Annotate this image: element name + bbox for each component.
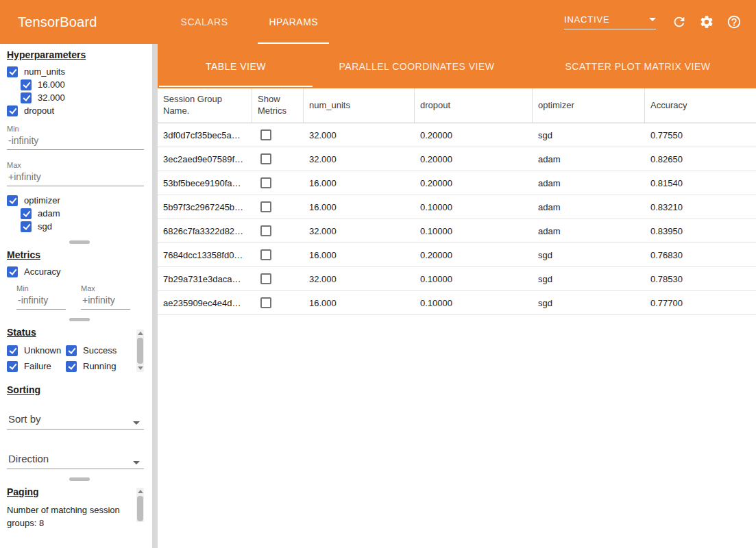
scrollbar-thumb[interactable] [137,496,143,521]
session-group-name: 7684dcc13358fd0… [158,250,252,260]
hparam-optimizer-value-adam[interactable]: adam [21,208,152,219]
metric-accuracy-label: Accuracy [24,266,60,277]
metric-min-input[interactable]: -infinity [16,292,66,310]
table-row[interactable]: 6826c7fa3322d82… 32.000 0.10000 adam 0.8… [158,219,756,243]
checkbox-checked-icon[interactable] [21,208,32,219]
checkbox-checked-icon[interactable] [21,79,32,90]
status-failure[interactable]: Failure [7,360,66,372]
show-metrics-checkbox[interactable] [260,129,271,140]
sort-by-select[interactable]: Sort by [7,413,144,429]
status-unknown[interactable]: Unknown [7,345,66,356]
dropout-value: 0.10000 [415,274,533,284]
checkbox-checked-icon[interactable] [7,195,18,206]
hparam-num-units[interactable]: num_units [7,66,152,77]
dropout-max-input[interactable]: +infinity [7,169,144,186]
section-resize-handle[interactable] [69,240,90,244]
matching-groups-count: Number of matching session groups: 8 [7,504,134,530]
table-row[interactable]: 3ec2aed9e07589f… 32.000 0.20000 adam 0.8… [158,147,756,171]
show-metrics-checkbox[interactable] [260,177,271,188]
num-units-value: 16.000 [304,250,415,260]
view-tabs: TABLE VIEW PARALLEL COORDINATES VIEW SCA… [158,44,756,88]
tab-table-view[interactable]: TABLE VIEW [158,44,314,88]
checkbox-checked-icon[interactable] [66,361,77,372]
hparam-num-units-label: num_units [24,66,65,77]
dropout-value: 0.20000 [415,130,533,140]
sorting-heading: Sorting [7,384,152,395]
metric-minmax-filters: Min -infinity Max +infinity [16,284,152,310]
tab-scatter-plot-matrix-view[interactable]: SCATTER PLOT MATRIX VIEW [520,44,756,88]
checkbox-checked-icon[interactable] [21,92,32,103]
checkbox-checked-icon[interactable] [7,361,18,372]
app-title: TensorBoard [18,0,97,44]
optimizer-value: adam [533,178,645,188]
show-metrics-checkbox[interactable] [260,273,271,284]
section-resize-handle[interactable] [69,477,90,481]
hparam-num-units-value-32[interactable]: 32.000 [21,92,152,103]
status-label: Failure [24,361,51,371]
sorting-section: Sorting Sort by Direction [0,384,152,481]
table-row[interactable]: 5b97f3c2967245b… 16.000 0.10000 adam 0.8… [158,195,756,219]
column-header-session-group-name[interactable]: Session Group Name. [158,88,252,123]
help-button[interactable] [720,8,748,36]
checkbox-checked-icon[interactable] [7,66,18,77]
checkbox-checked-icon[interactable] [7,266,18,277]
metrics-section: Metrics Accuracy Min -infinity Max +infi… [0,249,152,321]
scrollbar-thumb[interactable] [137,338,143,364]
column-header-num-units[interactable]: num_units [304,88,415,123]
accuracy-value: 0.77700 [645,298,756,308]
show-metrics-checkbox[interactable] [260,201,271,212]
show-metrics-checkbox[interactable] [260,225,271,236]
checkbox-checked-icon[interactable] [66,345,77,356]
scroll-up-arrow-icon[interactable] [138,332,143,335]
show-metrics-cell [252,153,304,164]
column-header-accuracy[interactable]: Accuracy [645,88,756,123]
session-group-name: 6826c7fa3322d82… [158,226,252,236]
table-row[interactable]: 3df0d7cf35bec5a… 32.000 0.20000 sgd 0.77… [158,123,756,147]
column-header-dropout[interactable]: dropout [415,88,533,123]
num-units-value: 32.000 [304,130,415,140]
session-group-name: 3ec2aed9e07589f… [158,154,252,164]
checkbox-checked-icon[interactable] [7,105,18,116]
settings-button[interactable] [693,8,720,36]
sidebar-main-divider[interactable] [152,44,158,548]
table-header-row: Session Group Name. Show Metrics num_uni… [158,88,756,123]
table-row[interactable]: 7b29a731e3daca… 32.000 0.10000 sgd 0.785… [158,267,756,291]
hparam-num-units-value-16[interactable]: 16.000 [21,79,152,90]
show-metrics-checkbox[interactable] [260,153,271,164]
tab-parallel-coordinates-view[interactable]: PARALLEL COORDINATES VIEW [314,44,520,88]
column-header-show-metrics[interactable]: Show Metrics [252,88,304,123]
hparam-optimizer[interactable]: optimizer [7,195,152,206]
column-header-optimizer[interactable]: optimizer [533,88,645,123]
metric-accuracy[interactable]: Accuracy [7,266,152,277]
status-scrollbar[interactable] [136,329,144,372]
section-resize-handle[interactable] [69,318,90,321]
num-units-value: 16.000 [304,298,415,308]
tab-scalars[interactable]: SCALARS [160,0,249,44]
refresh-button[interactable] [666,8,693,36]
paging-section: Paging Number of matching session groups… [0,486,152,530]
status-running[interactable]: Running [66,360,129,372]
num-units-value: 32.000 [304,226,415,236]
reload-status-select[interactable]: INACTIVE [564,14,656,29]
direction-select[interactable]: Direction [7,453,144,469]
status-success[interactable]: Success [66,345,129,356]
show-metrics-checkbox[interactable] [260,249,271,260]
checkbox-checked-icon[interactable] [21,221,32,232]
checkbox-checked-icon[interactable] [7,345,18,356]
scroll-up-arrow-icon[interactable] [138,490,143,493]
table-row[interactable]: 7684dcc13358fd0… 16.000 0.20000 sgd 0.76… [158,243,756,267]
dropout-min-input[interactable]: -infinity [7,133,144,150]
paging-scrollbar[interactable] [136,488,144,522]
metric-max-input[interactable]: +infinity [81,292,130,310]
hyperparameters-section: Hyperparameters num_units 16.000 32.000 … [0,44,152,244]
show-metrics-checkbox[interactable] [260,297,271,308]
dropout-min-label: Min [7,125,152,133]
hparam-optimizer-value-sgd[interactable]: sgd [21,221,152,232]
tab-hparams[interactable]: HPARAMS [248,0,339,44]
table-row[interactable]: 53bf5bece9190fa… 16.000 0.20000 adam 0.8… [158,171,756,195]
hparam-value-label: 16.000 [38,79,65,90]
table-row[interactable]: ae235909ec4e4d… 16.000 0.10000 sgd 0.777… [158,291,756,315]
hparam-dropout[interactable]: dropout [7,105,152,116]
accuracy-value: 0.77550 [645,130,756,140]
scroll-down-arrow-icon[interactable] [138,366,143,370]
